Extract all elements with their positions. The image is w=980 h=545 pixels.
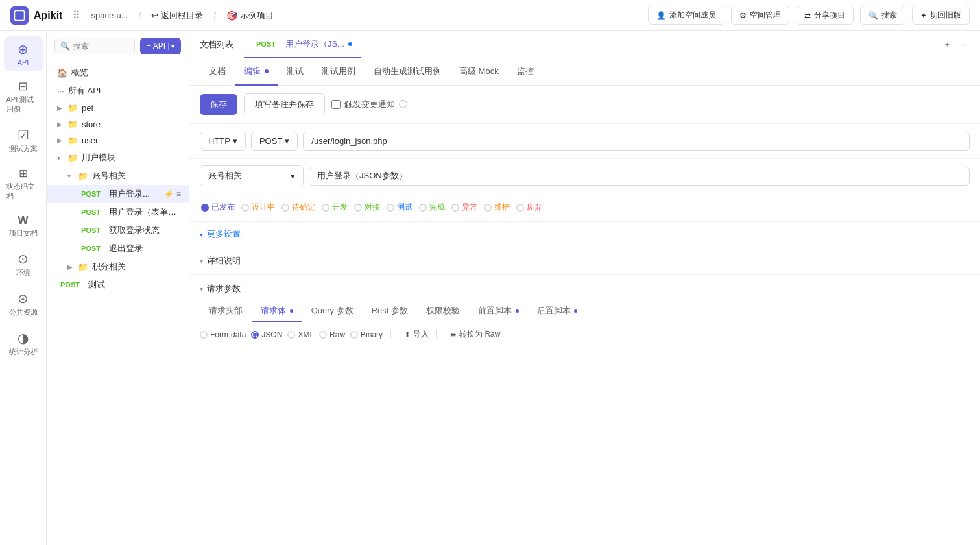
- detail-section[interactable]: ▾ 详细说明: [189, 247, 980, 275]
- format-binary[interactable]: Binary: [350, 330, 383, 339]
- status-designing[interactable]: 设计中: [240, 200, 276, 215]
- tree-item-user-module[interactable]: ▾ 📁 用户模块: [47, 149, 189, 167]
- method-badge-post-4: POST: [78, 244, 104, 253]
- folder-user-icon: 📁: [67, 136, 78, 145]
- import-btn[interactable]: ⬆ 导入: [404, 329, 429, 340]
- tab-advanced-mock[interactable]: 高级 Mock: [450, 58, 508, 86]
- sidebar-item-status-doc[interactable]: ⊞ 状态码文档: [4, 162, 43, 206]
- tab-actions: + ···: [942, 38, 970, 51]
- params-tab-rest[interactable]: Rest 参数: [363, 301, 417, 322]
- search-btn[interactable]: 🔍 搜索: [860, 6, 905, 25]
- protocol-select[interactable]: HTTP ▾: [200, 132, 246, 151]
- tree-item-user[interactable]: ▶ 📁 user: [47, 132, 189, 149]
- sidebar-item-api-test[interactable]: ⊟ API 测试用例: [4, 74, 43, 119]
- sidebar-item-env[interactable]: ⊙ 环境: [4, 246, 43, 283]
- params-tab-header[interactable]: 请求头部: [200, 301, 252, 322]
- tree-item-user-login-json[interactable]: POST 用户登录... ⚡ ≡: [47, 185, 189, 203]
- search-input[interactable]: [73, 42, 129, 51]
- search-box[interactable]: 🔍: [54, 38, 135, 54]
- sidebar-item-stats[interactable]: ◑ 统计分析: [4, 325, 43, 362]
- add-api-btn[interactable]: + API ▾: [140, 38, 181, 54]
- tab-auto-test[interactable]: 自动生成测试用例: [365, 58, 450, 86]
- sidebar-item-api[interactable]: ⊕ API: [4, 36, 43, 71]
- format-xml[interactable]: XML: [287, 330, 314, 339]
- tree-item-get-login-status[interactable]: POST 获取登录状态: [47, 221, 189, 239]
- raw-radio: [319, 331, 327, 339]
- tree-content: 🏠 概览 ··· 所有 API ▶ 📁 pet ▶ 📁 store: [47, 61, 189, 545]
- app-logo[interactable]: Apikit: [10, 6, 62, 25]
- folder-account-arrow: ▾: [67, 173, 75, 180]
- tab-edit[interactable]: 编辑: [235, 58, 278, 86]
- add-api-dropdown-arrow[interactable]: ▾: [168, 43, 174, 50]
- switch-old-btn[interactable]: ✦ 切回旧版: [912, 6, 970, 25]
- method-badge-post-5: POST: [57, 280, 83, 289]
- status-deprecated[interactable]: 废弃: [515, 200, 544, 215]
- add-member-btn[interactable]: 👤 添加空间成员: [648, 6, 724, 25]
- sidebar-item-project-doc[interactable]: W 项目文档: [4, 209, 43, 243]
- tab-api-label: 用户登录（JS...: [285, 38, 344, 50]
- status-error[interactable]: 异常: [450, 200, 479, 215]
- sidebar-item-test-plan[interactable]: ☑ 测试方案: [4, 122, 43, 159]
- folder-user-module-icon: 📁: [67, 153, 78, 163]
- save-button[interactable]: 保存: [200, 94, 237, 115]
- share-btn[interactable]: ⇄ 分享项目: [796, 6, 854, 25]
- more-tabs-btn[interactable]: ···: [957, 38, 970, 51]
- url-path-input[interactable]: [303, 132, 970, 151]
- status-radio-published: [201, 204, 209, 212]
- back-to-root-btn[interactable]: ↩ 返回根目录: [151, 10, 203, 21]
- status-testing[interactable]: 测试: [385, 200, 414, 215]
- params-tab-query[interactable]: Query 参数: [302, 301, 363, 322]
- env-icon: ⊙: [18, 251, 29, 267]
- api-name-input[interactable]: [309, 167, 970, 186]
- add-tab-btn[interactable]: +: [942, 38, 953, 51]
- format-json[interactable]: JSON: [251, 330, 282, 339]
- params-tab-body[interactable]: 请求体: [252, 301, 302, 322]
- trigger-checkbox-input[interactable]: [331, 100, 341, 109]
- status-docking[interactable]: 对接: [353, 200, 381, 215]
- space-name[interactable]: space-u...: [91, 10, 128, 20]
- folder-store-arrow: ▶: [57, 121, 65, 128]
- docs-list-tab[interactable]: 文档列表: [200, 39, 244, 51]
- active-api-tab[interactable]: POST 用户登录（JS...: [244, 31, 361, 58]
- format-form-data[interactable]: Form-data: [200, 330, 246, 339]
- format-raw[interactable]: Raw: [319, 330, 345, 339]
- trigger-checkbox[interactable]: 触发变更通知 ⓘ: [331, 99, 407, 110]
- tab-test[interactable]: 测试: [278, 58, 313, 86]
- protocol-label: HTTP: [208, 136, 230, 146]
- status-published[interactable]: 已发布: [200, 200, 236, 215]
- tree-item-account-related[interactable]: ▾ 📁 账号相关: [47, 167, 189, 185]
- status-radio-dev: [322, 204, 329, 212]
- lightning-icon[interactable]: ⚡: [164, 189, 174, 199]
- status-maintain[interactable]: 维护: [483, 200, 511, 215]
- category-select[interactable]: 账号相关 ▾: [200, 165, 304, 186]
- status-dev[interactable]: 开发: [320, 200, 349, 215]
- tree-item-store[interactable]: ▶ 📁 store: [47, 116, 189, 132]
- method-select[interactable]: POST ▾: [251, 132, 298, 151]
- tree-item-test[interactable]: POST 测试: [47, 276, 189, 294]
- tab-monitor[interactable]: 监控: [508, 58, 543, 86]
- more-settings[interactable]: ▾ 更多设置: [189, 222, 980, 247]
- request-params-title[interactable]: ▾ 请求参数: [200, 283, 970, 295]
- params-tab-auth[interactable]: 权限校验: [417, 301, 469, 322]
- tree-item-all-api[interactable]: ··· 所有 API: [47, 82, 189, 100]
- space-mgmt-btn[interactable]: ⚙ 空间管理: [731, 6, 789, 25]
- tree-header: 🔍 + API ▾: [47, 31, 189, 61]
- params-tab-post-script[interactable]: 后置脚本: [528, 301, 587, 322]
- search-icon: 🔍: [60, 42, 70, 51]
- tab-test-cases[interactable]: 测试用例: [313, 58, 365, 86]
- save-note-button[interactable]: 填写备注并保存: [244, 93, 325, 115]
- request-params-arrow: ▾: [200, 285, 203, 293]
- format-bar: Form-data JSON XML Raw: [200, 329, 970, 340]
- tree-item-logout[interactable]: POST 退出登录: [47, 239, 189, 258]
- tree-item-overview[interactable]: 🏠 概览: [47, 64, 189, 82]
- menu-icon[interactable]: ≡: [176, 189, 181, 199]
- status-pending[interactable]: 待确定: [280, 200, 317, 215]
- tree-item-pet[interactable]: ▶ 📁 pet: [47, 100, 189, 116]
- status-done[interactable]: 完成: [418, 200, 446, 215]
- tree-item-points-related[interactable]: ▶ 📁 积分相关: [47, 258, 189, 276]
- params-tab-pre-script[interactable]: 前置脚本: [469, 301, 528, 322]
- tab-doc[interactable]: 文档: [200, 58, 235, 86]
- tree-item-user-login-form[interactable]: POST 用户登录（表单参...: [47, 203, 189, 221]
- convert-raw-btn[interactable]: ⬌ 转换为 Raw: [450, 329, 500, 340]
- sidebar-item-public-res[interactable]: ⊛ 公共资源: [4, 285, 43, 322]
